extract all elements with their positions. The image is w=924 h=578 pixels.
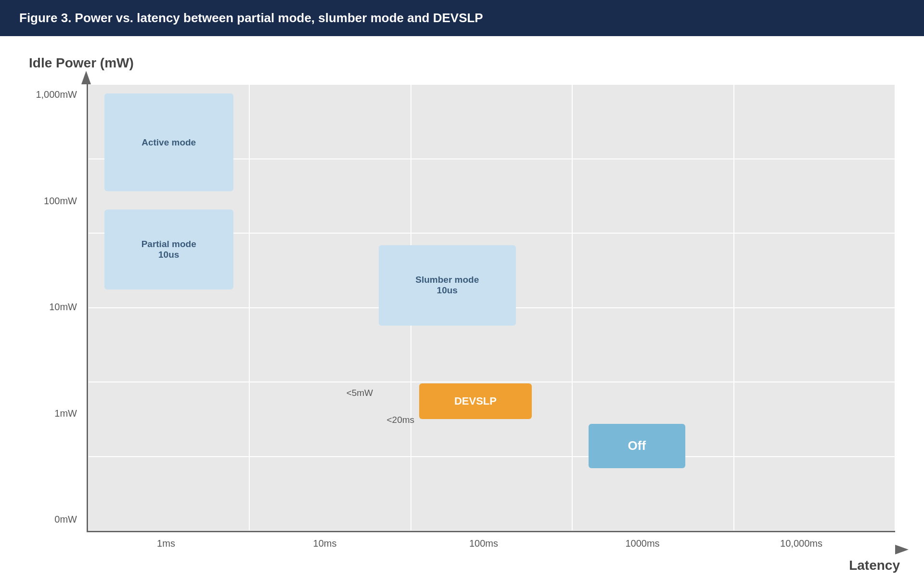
figure-title: Figure 3. Power vs. latency between part…: [0, 0, 924, 36]
chart-grid: Active mode Partial mode 10us Slumber mo…: [87, 84, 895, 532]
grid-cell: [572, 233, 733, 308]
devslp-mode-box: DEVSLP: [419, 383, 532, 419]
slumber-mode-box: Slumber mode 10us: [379, 245, 516, 326]
grid-cell: [572, 308, 733, 382]
x-tick-1ms: 1ms: [87, 538, 245, 549]
grid-cell: [734, 308, 895, 382]
y-tick-10: 10mW: [49, 302, 77, 313]
grid-cell: [734, 457, 895, 531]
chart-body: 1,000mW 100mW 10mW 1mW 0mW Latency: [29, 84, 895, 549]
grid-cell: [249, 457, 411, 531]
grid-cell: [572, 84, 733, 159]
y-tick-0: 0mW: [54, 514, 77, 525]
x-axis-arrow: [895, 545, 909, 554]
x-tick-10000ms: 10,000ms: [722, 538, 881, 549]
x-axis: 1ms 10ms 100ms 1000ms 10,000ms: [87, 532, 895, 549]
grid-cell: [734, 84, 895, 159]
grid-cell: [88, 457, 249, 531]
devslp-latency-label: <20ms: [386, 415, 414, 425]
grid-cell: [734, 382, 895, 457]
grid-cell: [411, 457, 572, 531]
x-tick-1000ms: 1000ms: [563, 538, 722, 549]
grid-cell: [572, 159, 733, 234]
off-mode-box: Off: [589, 424, 685, 469]
devslp-power-label: <5mW: [346, 388, 373, 398]
y-tick-100: 100mW: [44, 196, 77, 207]
page-wrapper: Figure 3. Power vs. latency between part…: [0, 0, 924, 578]
grid-cell: [249, 159, 411, 234]
y-axis-arrow: [81, 71, 91, 84]
y-tick-1: 1mW: [54, 408, 77, 419]
active-mode-box: Active mode: [104, 93, 233, 192]
chart-grid-wrapper: Latency: [87, 84, 895, 549]
grid-cell: [411, 159, 572, 234]
grid-cell: [249, 84, 411, 159]
x-tick-10ms: 10ms: [245, 538, 404, 549]
y-axis-label: Idle Power (mW): [29, 55, 134, 71]
x-tick-100ms: 100ms: [404, 538, 563, 549]
grid-cell: [88, 382, 249, 457]
grid-cell: [411, 84, 572, 159]
partial-mode-box: Partial mode 10us: [104, 210, 233, 290]
chart-area: Idle Power (mW) 1,000mW 100mW 10mW 1mW 0…: [0, 36, 924, 578]
y-tick-1000: 1,000mW: [36, 89, 77, 100]
grid-cell: [734, 233, 895, 308]
x-axis-label: Latency: [849, 558, 900, 573]
y-axis: 1,000mW 100mW 10mW 1mW 0mW: [29, 84, 87, 549]
title-text: Figure 3. Power vs. latency between part…: [19, 11, 483, 25]
grid-cell: [734, 159, 895, 234]
grid-cell: [88, 308, 249, 382]
